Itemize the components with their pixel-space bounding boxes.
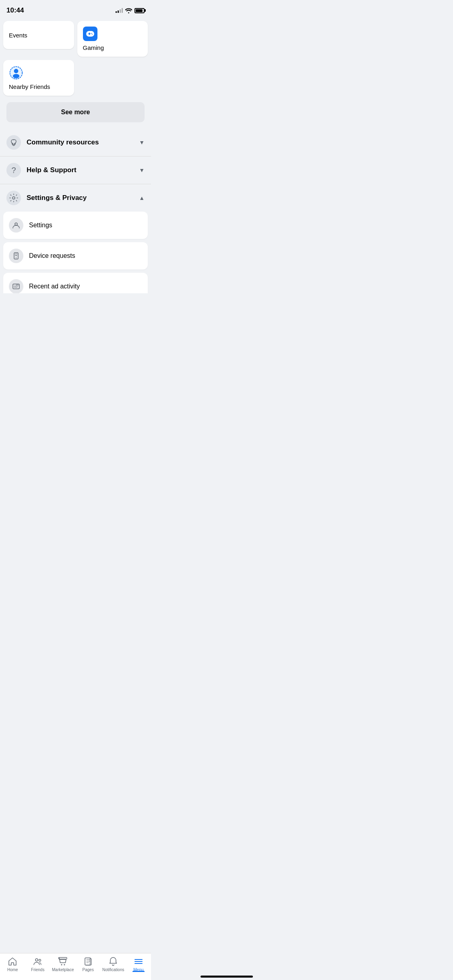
gaming-icon — [83, 27, 97, 41]
svg-point-4 — [14, 69, 19, 73]
community-resources-label: Community resources — [27, 138, 99, 146]
status-icons — [116, 8, 145, 13]
wifi-icon — [125, 8, 132, 13]
gaming-card[interactable]: Gaming — [77, 21, 148, 57]
settings-privacy-label: Settings & Privacy — [27, 194, 87, 202]
community-resources-left: Community resources — [6, 135, 99, 150]
svg-point-1 — [91, 33, 92, 34]
settings-privacy-section: Settings & Privacy ▲ Settings — [0, 184, 151, 293]
settings-item-device-requests[interactable]: Device requests — [3, 242, 148, 270]
events-label: Events — [9, 32, 27, 39]
help-support-icon: ? — [6, 163, 21, 177]
svg-point-12 — [16, 257, 17, 258]
top-row: Events Gaming — [3, 21, 148, 57]
settings-privacy-chevron: ▲ — [139, 195, 145, 201]
settings-privacy-left: Settings & Privacy — [6, 191, 87, 205]
svg-rect-14 — [13, 284, 19, 289]
svg-rect-17 — [17, 284, 18, 286]
settings-icon — [9, 218, 23, 233]
help-support-label: Help & Support — [27, 166, 77, 174]
settings-item-settings[interactable]: Settings — [3, 212, 148, 239]
community-resources-row[interactable]: Community resources ▼ — [0, 129, 151, 156]
main-content: Events Gaming — [0, 18, 151, 293]
gaming-label: Gaming — [83, 44, 143, 51]
status-time: 10:44 — [6, 6, 24, 14]
svg-point-5 — [13, 74, 19, 78]
nearby-friends-icon — [9, 66, 23, 80]
help-support-chevron: ▼ — [139, 167, 145, 173]
nearby-friends-card[interactable]: Nearby Friends — [3, 60, 74, 96]
svg-point-10 — [15, 223, 17, 225]
settings-item-label-settings: Settings — [29, 222, 52, 229]
help-support-left: ? Help & Support — [6, 163, 77, 177]
divider-1 — [0, 126, 151, 129]
settings-item-recent-ad[interactable]: Recent ad activity — [3, 273, 148, 293]
recent-ad-icon — [9, 279, 23, 293]
settings-items-list: Settings Device requests — [3, 212, 148, 293]
settings-privacy-header[interactable]: Settings & Privacy ▲ — [3, 184, 148, 212]
community-resources-icon — [6, 135, 21, 150]
nearby-friends-label: Nearby Friends — [9, 83, 68, 90]
device-requests-icon — [9, 249, 23, 263]
cards-section: Events Gaming — [0, 18, 151, 96]
svg-point-9 — [12, 197, 15, 199]
settings-item-label-ad: Recent ad activity — [29, 283, 80, 290]
see-more-button[interactable]: See more — [6, 102, 145, 122]
nearby-row: Nearby Friends — [3, 60, 148, 96]
signal-bars-icon — [116, 8, 123, 13]
settings-privacy-icon — [6, 191, 21, 205]
events-card[interactable]: Events — [3, 21, 74, 49]
settings-item-label-device: Device requests — [29, 252, 75, 259]
battery-icon — [134, 8, 145, 13]
help-support-row[interactable]: ? Help & Support ▼ — [0, 156, 151, 184]
status-bar: 10:44 — [0, 0, 151, 18]
community-resources-chevron: ▼ — [139, 139, 145, 146]
svg-point-2 — [92, 34, 93, 35]
see-more-wrapper: See more — [0, 96, 151, 122]
